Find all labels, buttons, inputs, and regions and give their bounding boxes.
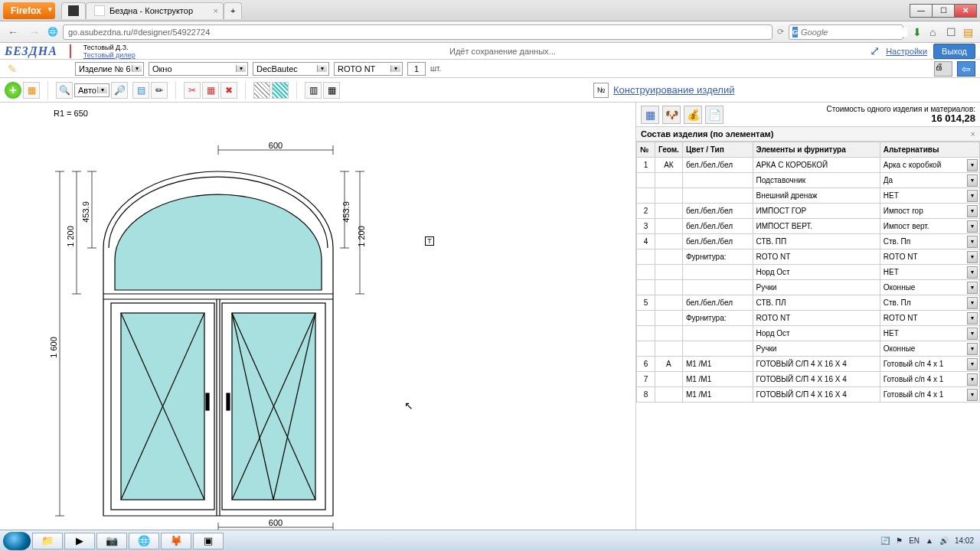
- profile-select[interactable]: DecBautec: [253, 62, 329, 76]
- reload-icon[interactable]: ⟳: [777, 27, 784, 37]
- alternative-select[interactable]: Оконные: [880, 341, 979, 357]
- new-tab-button[interactable]: +: [224, 2, 242, 19]
- template-button[interactable]: ▦: [23, 82, 40, 99]
- svg-text:453.9: 453.9: [341, 201, 351, 223]
- task-chrome[interactable]: 🌐: [129, 533, 159, 549]
- alternative-select[interactable]: Готовый с/п 4 х 1: [880, 372, 979, 387]
- close-button[interactable]: ✕: [954, 4, 977, 18]
- maximize-button[interactable]: ☐: [932, 4, 955, 18]
- grid-tool[interactable]: ▦: [202, 82, 219, 99]
- table-row[interactable]: 6АМ1 /М1ГОТОВЫЙ С/П 4 Х 16 Х 4Готовый с/…: [637, 357, 980, 372]
- zoom-select[interactable]: Авто: [74, 83, 109, 97]
- download-icon[interactable]: ⬇: [913, 26, 925, 38]
- task-explorer[interactable]: 📁: [32, 533, 63, 549]
- table-row[interactable]: 3бел./бел./белИМПОСТ ВЕРТ.Импост верт.: [637, 219, 980, 234]
- window-titlebar: Firefox Бездна - Конструктор × + — ☐ ✕: [0, 0, 980, 21]
- table-row[interactable]: Фурнитура:ROTO NTROTO NT: [637, 311, 980, 326]
- type-select[interactable]: Окно: [149, 62, 248, 76]
- alternative-select[interactable]: Ств. Пп: [880, 234, 979, 249]
- alternative-select[interactable]: ROTO NT: [880, 311, 979, 326]
- system-tray[interactable]: 🔄⚑EN ▲🔊 14:02: [880, 536, 977, 545]
- svg-text:600: 600: [269, 518, 283, 527]
- alternative-select[interactable]: Готовый с/п 4 х 1: [880, 387, 979, 403]
- alternative-select[interactable]: НЕТ: [880, 326, 979, 341]
- dimensions-tool[interactable]: ▤: [132, 82, 149, 99]
- table-row[interactable]: 8М1 /М1ГОТОВЫЙ С/П 4 Х 16 Х 4Готовый с/п…: [637, 387, 980, 403]
- delete-tool[interactable]: ✖: [220, 82, 237, 99]
- layout-1-button[interactable]: ▥: [305, 82, 322, 99]
- fit-tool[interactable]: 🔎: [111, 82, 128, 99]
- drawing-canvas[interactable]: R1 = 650 600: [0, 103, 635, 530]
- alternative-select[interactable]: Импост верт.: [880, 219, 979, 234]
- tab-other[interactable]: [61, 2, 86, 19]
- alternative-select[interactable]: Ств. Пл: [880, 295, 979, 311]
- search-box[interactable]: G: [789, 24, 903, 40]
- zoom-tool[interactable]: 🔍: [56, 82, 73, 99]
- hatch-1-button[interactable]: [253, 82, 270, 99]
- layout-2-button[interactable]: ▦: [323, 82, 340, 99]
- view-doc-button[interactable]: 📄: [705, 106, 724, 124]
- alternative-select[interactable]: НЕТ: [880, 265, 979, 280]
- table-row[interactable]: 7М1 /М1ГОТОВЫЙ С/П 4 Х 16 Х 4Готовый с/п…: [637, 372, 980, 387]
- cut-tool[interactable]: ✂: [184, 82, 201, 99]
- table-row[interactable]: 1АКбел./бел./белАРКА С КОРОБКОЙАрка с ко…: [637, 158, 980, 173]
- tab-title: Бездна - Конструктор: [109, 6, 193, 15]
- alternative-select[interactable]: Да: [880, 173, 979, 188]
- settings-link[interactable]: Настройки: [886, 47, 927, 56]
- alternative-select[interactable]: Арка с коробкой: [880, 158, 979, 173]
- text-marker[interactable]: T: [425, 236, 434, 246]
- table-row[interactable]: Норд ОстНЕТ: [637, 326, 980, 341]
- clock: 14:02: [955, 536, 974, 545]
- alternative-select[interactable]: НЕТ: [880, 188, 979, 204]
- url-input[interactable]: [63, 24, 773, 40]
- tab-active[interactable]: Бездна - Конструктор ×: [86, 2, 224, 19]
- start-button[interactable]: [3, 532, 31, 550]
- hatch-2-button[interactable]: [272, 82, 289, 99]
- table-row[interactable]: РучкиОконные: [637, 280, 980, 295]
- add-button[interactable]: +: [5, 82, 21, 99]
- globe-icon: 🌐: [47, 27, 58, 37]
- table-row[interactable]: 2бел./бел./белИМПОСТ ГОРИмпост гор: [637, 204, 980, 219]
- bookmark-icon[interactable]: ☐: [946, 26, 959, 38]
- print-button[interactable]: 🖨: [934, 61, 952, 77]
- column-header: Геом.: [655, 142, 683, 158]
- alternative-select[interactable]: Импост гор: [880, 204, 979, 219]
- search-input[interactable]: [801, 28, 907, 37]
- table-row[interactable]: РучкиОконные: [637, 341, 980, 357]
- task-app[interactable]: ▣: [193, 533, 224, 549]
- view-cost-button[interactable]: 💰: [684, 106, 702, 124]
- app-logo: БЕЗДНА: [5, 44, 57, 58]
- panel-close-icon[interactable]: ×: [971, 129, 975, 139]
- note-icon[interactable]: ✎: [5, 61, 20, 77]
- feed-icon[interactable]: ▤: [963, 26, 975, 38]
- product-select[interactable]: Изделие № 6: [75, 62, 144, 76]
- firefox-menu-button[interactable]: Firefox: [3, 2, 55, 19]
- task-media[interactable]: ▶: [64, 533, 95, 549]
- view-color-button[interactable]: 🐶: [662, 106, 681, 124]
- dealer-link[interactable]: Тестовый дилер: [83, 51, 136, 59]
- back-to-list-button[interactable]: ⇦: [957, 61, 975, 77]
- minimize-button[interactable]: —: [910, 4, 933, 18]
- table-row[interactable]: Норд ОстНЕТ: [637, 265, 980, 280]
- tab-close-icon[interactable]: ×: [214, 6, 218, 15]
- table-row[interactable]: 4бел./бел./белСТВ. ППСтв. Пп: [637, 234, 980, 249]
- table-row[interactable]: Фурнитура:ROTO NTROTO NT: [637, 249, 980, 265]
- fittings-select[interactable]: ROTO NT: [334, 62, 403, 76]
- draw-tool[interactable]: ✏: [151, 82, 168, 99]
- view-list-button[interactable]: ▦: [641, 106, 659, 124]
- alternative-select[interactable]: Оконные: [880, 280, 979, 295]
- alternative-select[interactable]: Готовый с/п 4 х 1: [880, 357, 979, 372]
- task-firefox[interactable]: 🦊: [161, 533, 191, 549]
- fullscreen-icon[interactable]: ⤢: [870, 44, 880, 58]
- table-row[interactable]: Внешний дренажНЕТ: [637, 188, 980, 204]
- table-row[interactable]: 5бел./бел./белСТВ. ПЛСтв. Пл: [637, 295, 980, 311]
- forward-button[interactable]: →: [26, 24, 43, 41]
- task-photo[interactable]: 📷: [96, 533, 127, 549]
- section-title: Конструирование изделий: [613, 84, 734, 96]
- exit-button[interactable]: Выход: [933, 44, 975, 59]
- quantity-input[interactable]: [407, 62, 426, 76]
- back-button[interactable]: ←: [5, 24, 21, 41]
- alternative-select[interactable]: ROTO NT: [880, 249, 979, 265]
- home-icon[interactable]: ⌂: [929, 26, 942, 38]
- table-row[interactable]: ПодставочникДа: [637, 173, 980, 188]
